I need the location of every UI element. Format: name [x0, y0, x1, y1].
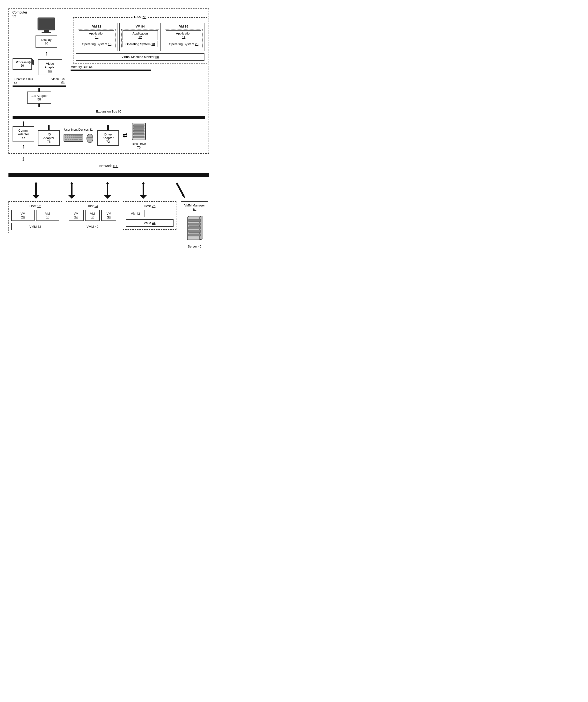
processor-label: Processor(s) — [16, 61, 32, 64]
svg-rect-34 — [133, 130, 144, 132]
host22-box: Host 22 VM 28 VM 30 VMM 32 — [8, 201, 62, 233]
vmm44-box: VMM 44 — [126, 219, 174, 227]
mouse-icon — [86, 132, 94, 143]
video-adapter-box: Video Adapter 54 — [38, 60, 62, 75]
disk-drive-label: Disk Drive 70 — [132, 142, 146, 149]
display-num: 80 — [45, 41, 48, 45]
svg-rect-2 — [44, 30, 49, 32]
svg-rect-1 — [39, 19, 54, 29]
fsb-num: 62 — [14, 81, 17, 85]
computer-box: Computer 52 — [8, 8, 209, 154]
connector-line-bottom — [38, 104, 40, 107]
svg-marker-41 — [106, 182, 109, 196]
vm86-box: VM 86 Application 14 Operating System 20 — [163, 23, 204, 51]
vm36-box: VM 36 — [85, 210, 100, 221]
video-bus-text: Video Bus — [52, 77, 65, 81]
vm38-box: VM 38 — [101, 210, 116, 221]
io-adapter-box: I/O Adapter 78 — [38, 130, 60, 146]
comm-conn-top — [23, 121, 24, 126]
vm82-box: VM 82 Application 10 Operating System 16 — [76, 23, 117, 51]
vm84-box: VM 84 Application 12 Operating System 18 — [119, 23, 161, 51]
svg-rect-18 — [73, 137, 74, 138]
app12-box: Application 12 — [122, 30, 158, 40]
bus-adapter-box: Bus Adapter 58 — [27, 92, 51, 104]
svg-rect-13 — [80, 135, 82, 136]
disk-drive-area: Disk Drive 70 — [131, 122, 147, 149]
video-adapter-num: 54 — [48, 69, 52, 73]
comm-to-network-arrow: ↕ — [8, 155, 209, 163]
user-input-label: User Input Devices 81 — [64, 128, 93, 131]
svg-rect-22 — [65, 139, 67, 140]
vm86-label: VM 86 — [165, 25, 203, 28]
svg-marker-38 — [32, 195, 40, 199]
app14-box: Application 14 — [166, 30, 201, 40]
svg-rect-14 — [65, 137, 66, 138]
host22-vms: VM 28 VM 30 — [11, 210, 59, 221]
svg-rect-5 — [65, 135, 66, 136]
keyboard-mouse-icons — [63, 132, 94, 143]
computer-label: Computer 52 — [11, 10, 28, 18]
computer-label-text: Computer — [12, 10, 27, 14]
vm34-box: VM 34 — [69, 210, 84, 221]
drive-arrow: ⇄ — [122, 132, 127, 139]
arrow-to-host24a — [68, 182, 75, 199]
svg-rect-9 — [73, 135, 74, 136]
memory-bus-label: Memory Bus 66 — [71, 65, 205, 69]
fsb-text: Front Side Bus — [14, 78, 33, 81]
svg-rect-25 — [72, 139, 73, 140]
expansion-bus-label-text: Expansion Bus 60 — [13, 110, 205, 113]
display-label: Display — [41, 38, 52, 41]
svg-line-45 — [177, 183, 184, 196]
vm30-box: VM 30 — [36, 210, 59, 221]
display-box: Display 80 — [35, 35, 57, 47]
vm84-label: VM 84 — [121, 25, 159, 28]
svg-rect-36 — [133, 136, 144, 138]
svg-marker-42 — [104, 195, 111, 199]
vmm-manager-box: VMM Manager 48 — [181, 201, 208, 213]
bus-adapter-label: Bus Adapter — [31, 94, 48, 98]
svg-rect-54 — [189, 234, 201, 236]
app10-box: Application 10 — [79, 30, 114, 40]
network-label: Network 100 — [8, 164, 209, 168]
vms-row: VM 82 Application 10 Operating System 16 — [76, 23, 204, 51]
vm82-inner: Application 10 Operating System 16 — [78, 29, 115, 48]
drive-conn-top — [107, 125, 109, 130]
host26-box: Host 26 VM 42 VMM 44 — [123, 201, 176, 230]
arrow-to-host24b — [104, 182, 111, 199]
svg-rect-16 — [69, 137, 70, 138]
svg-rect-52 — [189, 227, 201, 229]
host22-label: Host 22 — [11, 204, 59, 208]
svg-rect-15 — [67, 137, 68, 138]
bottom-section: Host 22 VM 28 VM 30 VMM 32 Host 24 — [8, 201, 209, 248]
drive-adapter-box: Drive Adapter 72 — [97, 130, 119, 146]
video-adapter-label: Video Adapter — [44, 62, 56, 69]
svg-rect-3 — [41, 32, 51, 33]
svg-rect-10 — [75, 135, 76, 136]
bus-adapter-num: 58 — [37, 98, 41, 101]
svg-rect-21 — [78, 137, 82, 138]
video-bus-label: Video Bus 64 — [52, 77, 65, 85]
host24-label: Host 24 — [69, 204, 116, 208]
disk-drive-icon — [131, 122, 147, 141]
network-arrows — [8, 182, 209, 199]
svg-rect-51 — [189, 223, 201, 225]
svg-rect-11 — [76, 135, 78, 136]
vm42-box: VM 42 — [126, 210, 145, 217]
diagram: Computer 52 — [5, 5, 213, 252]
memory-bus-line — [71, 70, 151, 71]
comm-adapter-box: Comm. Adapter 67 — [13, 126, 34, 142]
host24-box: Host 24 VM 34 VM 36 VM 38 VMM 40 — [66, 201, 119, 233]
host26-vms: VM 42 — [126, 210, 174, 217]
arrow-to-server — [176, 182, 185, 199]
svg-marker-40 — [68, 195, 75, 199]
svg-rect-8 — [71, 135, 72, 136]
network-bus-line — [8, 173, 209, 177]
svg-rect-33 — [133, 127, 144, 129]
host24-vms: VM 34 VM 36 VM 38 — [69, 210, 116, 221]
svg-rect-23 — [68, 139, 69, 140]
svg-rect-6 — [67, 135, 68, 136]
vmm50-bar: Virtual Machine Monitor 50 — [76, 53, 204, 61]
connector-line-top — [38, 88, 40, 92]
svg-rect-24 — [70, 139, 71, 140]
comm-arrow: ↕ — [22, 143, 25, 150]
